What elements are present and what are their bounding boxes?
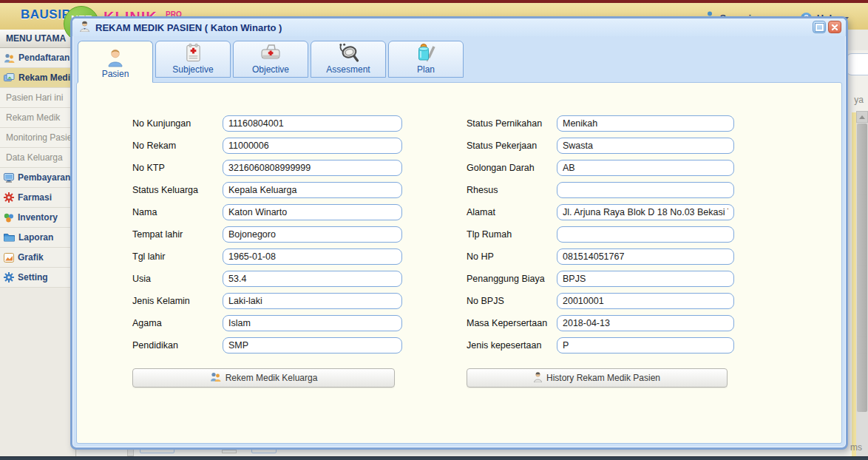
field-input[interactable] bbox=[223, 115, 402, 132]
field-input[interactable] bbox=[223, 337, 402, 354]
sidebar-item-label: Pasien Hari ini bbox=[6, 92, 63, 103]
field-input[interactable] bbox=[223, 160, 402, 176]
field-label: Tgl lahir bbox=[132, 251, 223, 262]
form-row: Tempat lahir bbox=[132, 226, 407, 243]
person-icon bbox=[534, 372, 542, 385]
scrollbar-thumb[interactable] bbox=[857, 124, 867, 412]
background-scrollbar[interactable] bbox=[856, 111, 868, 456]
sidebar-item-data-keluarga[interactable]: Data Keluarga bbox=[0, 148, 75, 168]
form-row: Jenis kepesertaan bbox=[467, 337, 742, 354]
field-label: Masa Kepersertaan bbox=[467, 318, 557, 328]
form-row: Rhesus bbox=[467, 182, 742, 198]
tab-plan[interactable]: Plan bbox=[388, 41, 464, 78]
field-input[interactable] bbox=[223, 271, 402, 287]
button-label: Rekem Medik Keluarga bbox=[226, 373, 318, 383]
field-label: No KTP bbox=[132, 163, 223, 173]
field-label: No BPJS bbox=[467, 296, 557, 306]
tab-pasien[interactable]: Pasien bbox=[78, 41, 153, 83]
field-label: No Kunjungan bbox=[132, 118, 223, 129]
form-row: Pendidikan bbox=[132, 337, 407, 354]
field-input[interactable] bbox=[223, 204, 402, 220]
background-input-fragment bbox=[846, 53, 868, 75]
field-input[interactable] bbox=[557, 293, 734, 309]
history-rekam-medik-button[interactable]: History Rekam Medik Pasien bbox=[467, 368, 728, 388]
field-label: Jenis Kelamin bbox=[132, 296, 223, 306]
field-input[interactable] bbox=[557, 182, 734, 198]
sidebar-item-rekam-medik-sub[interactable]: Rekam Medik bbox=[0, 108, 75, 128]
modal-titlebar: REKAM MEDIK PASIEN ( Katon Winarto ) bbox=[72, 18, 846, 36]
rekam-medik-keluarga-button[interactable]: Rekem Medik Keluarga bbox=[132, 368, 395, 388]
field-label: Nama bbox=[132, 207, 223, 217]
tab-subjective[interactable]: Subjective bbox=[155, 41, 231, 78]
gear-icon bbox=[4, 272, 14, 283]
field-label: Status Pekerjaan bbox=[467, 141, 557, 151]
sidebar-item-rekam-medik[interactable]: Rekam Medik bbox=[0, 68, 75, 88]
field-label: Status Pernikahan bbox=[467, 118, 557, 129]
minimize-button[interactable] bbox=[813, 21, 826, 33]
form-row: Tgl lahir bbox=[132, 248, 407, 265]
field-label: Golongan Darah bbox=[467, 163, 557, 173]
sidebar-item-monitoring-pasien[interactable]: Monitoring Pasien bbox=[0, 128, 75, 148]
patient-tab-icon bbox=[106, 46, 125, 68]
scroll-up-icon[interactable] bbox=[856, 111, 868, 123]
background-box-fragment bbox=[222, 450, 237, 453]
sidebar-item-inventory[interactable]: Inventory bbox=[0, 208, 75, 228]
tab-assesment[interactable]: Assesment bbox=[311, 41, 386, 78]
sidebar-item-label: Data Keluarga bbox=[6, 152, 63, 163]
form-row: No HP bbox=[467, 248, 742, 265]
field-label: Jenis kepesertaan bbox=[467, 340, 557, 351]
field-input[interactable] bbox=[223, 138, 402, 154]
patient-icon bbox=[80, 21, 89, 34]
field-input[interactable] bbox=[557, 248, 734, 265]
sidebar-item-setting[interactable]: Setting bbox=[0, 268, 75, 288]
sidebar-item-label: Grafik bbox=[18, 252, 44, 263]
tab-objective[interactable]: Objective bbox=[233, 41, 308, 78]
modal-rekam-medik-pasien: REKAM MEDIK PASIEN ( Katon Winarto ) Pas… bbox=[70, 16, 848, 450]
field-input[interactable] bbox=[557, 138, 734, 154]
sidebar-item-farmasi[interactable]: Farmasi bbox=[0, 188, 75, 208]
close-button[interactable] bbox=[828, 21, 841, 33]
screen: ya BAUSIR NET KLINIK PRO Suwariono Help bbox=[0, 0, 868, 460]
sidebar-item-label: Pendaftaran bbox=[18, 53, 69, 63]
tab-strip: Pasien Subjective Objective Assesment bbox=[72, 36, 846, 82]
field-input[interactable] bbox=[223, 293, 402, 309]
folder-icon bbox=[4, 233, 15, 242]
sidebar-item-pembayaran[interactable]: Pembayaran bbox=[0, 168, 75, 188]
stethoscope-magnifier-icon bbox=[338, 41, 359, 64]
form-row: Golongan Darah bbox=[467, 160, 742, 176]
field-input[interactable] bbox=[557, 226, 734, 243]
field-input[interactable] bbox=[223, 182, 402, 198]
field-input[interactable] bbox=[223, 248, 402, 265]
sidebar-item-label: Laporan bbox=[18, 232, 53, 243]
sidebar-title: MENU UTAMA bbox=[0, 30, 75, 48]
tab-label: Subjective bbox=[172, 64, 213, 75]
field-input[interactable] bbox=[557, 271, 734, 287]
form-row: Penanggung Biaya bbox=[467, 271, 742, 287]
field-input[interactable] bbox=[557, 115, 734, 132]
field-input[interactable] bbox=[223, 315, 402, 331]
sidebar-item-pasien-hari-ini[interactable]: Pasien Hari ini bbox=[0, 88, 75, 108]
medical-device-icon bbox=[260, 41, 281, 64]
form-row: Tlp Rumah bbox=[467, 226, 742, 243]
taskbar bbox=[0, 456, 868, 460]
field-input[interactable] bbox=[223, 226, 402, 243]
sidebar-item-pendaftaran[interactable]: Pendaftaran bbox=[0, 48, 75, 68]
form-row: No KTP bbox=[132, 160, 407, 176]
people-icon bbox=[4, 53, 15, 63]
field-input[interactable] bbox=[557, 204, 734, 220]
sidebar-item-label: Setting bbox=[18, 272, 48, 283]
sidebar-item-laporan[interactable]: Laporan bbox=[0, 228, 75, 248]
field-input[interactable] bbox=[557, 315, 734, 331]
field-label: Tempat lahir bbox=[132, 229, 223, 240]
form-column-right: Status Pernikahan Status Pekerjaan Golon… bbox=[467, 115, 742, 359]
sidebar-item-grafik[interactable]: Grafik bbox=[0, 248, 75, 268]
field-label: Tlp Rumah bbox=[467, 229, 557, 240]
button-label: History Rekam Medik Pasien bbox=[546, 373, 660, 383]
tab-label: Assesment bbox=[326, 64, 370, 75]
field-input[interactable] bbox=[557, 160, 734, 176]
form-row: Alamat bbox=[467, 204, 742, 220]
field-input[interactable] bbox=[557, 337, 734, 354]
form-row: Status Pekerjaan bbox=[467, 138, 742, 154]
form-row: Usia bbox=[132, 271, 407, 287]
form-row: Masa Kepersertaan bbox=[467, 315, 742, 331]
